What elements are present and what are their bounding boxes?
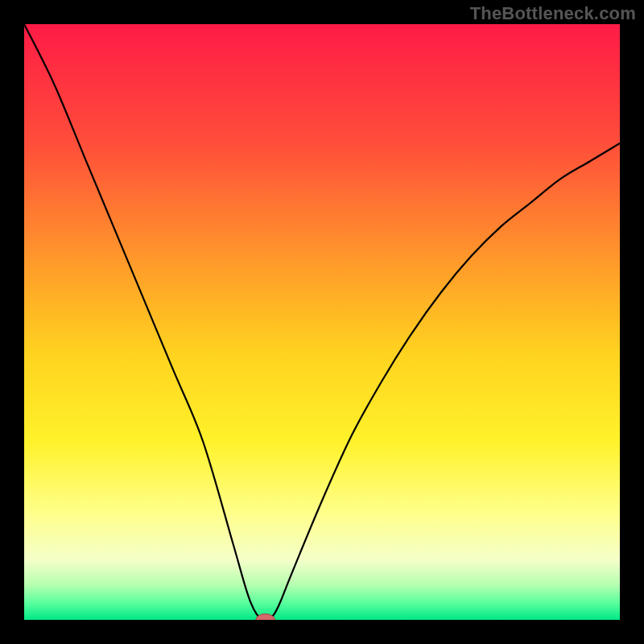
watermark-text: TheBottleneck.com (470, 3, 636, 24)
plot-area (24, 24, 620, 620)
chart-frame: TheBottleneck.com (0, 0, 644, 644)
gradient-background (24, 24, 620, 620)
chart-svg (24, 24, 620, 620)
